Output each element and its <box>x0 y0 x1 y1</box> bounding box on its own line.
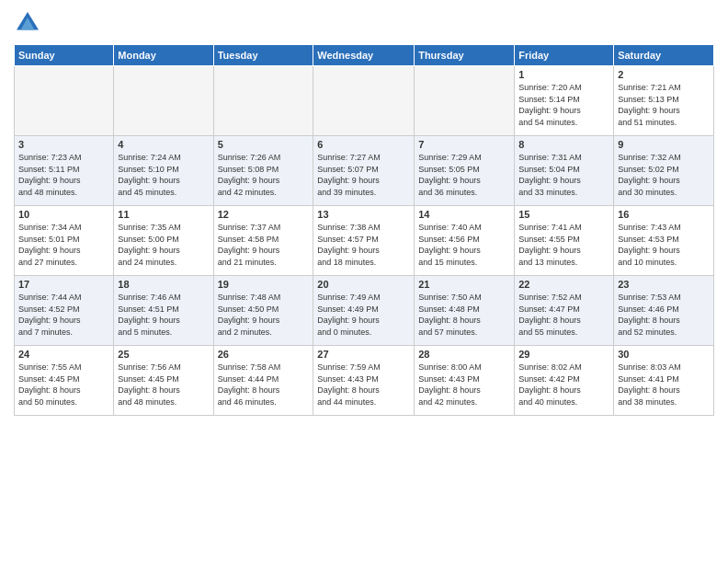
day-number: 19 <box>218 279 310 290</box>
calendar-cell: 2Sunrise: 7:21 AM Sunset: 5:13 PM Daylig… <box>614 66 714 136</box>
day-info: Sunrise: 7:44 AM Sunset: 4:52 PM Dayligh… <box>18 292 109 338</box>
calendar-cell <box>415 66 515 136</box>
day-info: Sunrise: 7:46 AM Sunset: 4:51 PM Dayligh… <box>118 292 209 338</box>
day-info: Sunrise: 7:20 AM Sunset: 5:14 PM Dayligh… <box>518 82 609 128</box>
day-info: Sunrise: 7:58 AM Sunset: 4:44 PM Dayligh… <box>218 362 310 408</box>
day-info: Sunrise: 7:31 AM Sunset: 5:04 PM Dayligh… <box>518 152 609 198</box>
day-number: 22 <box>518 279 609 290</box>
day-number: 1 <box>518 69 609 80</box>
calendar-cell: 12Sunrise: 7:37 AM Sunset: 4:58 PM Dayli… <box>213 206 313 276</box>
calendar-header-monday: Monday <box>114 45 213 66</box>
day-info: Sunrise: 7:37 AM Sunset: 4:58 PM Dayligh… <box>218 222 310 268</box>
day-number: 11 <box>118 209 209 220</box>
day-info: Sunrise: 7:55 AM Sunset: 4:45 PM Dayligh… <box>18 362 109 408</box>
calendar-header-friday: Friday <box>515 45 614 66</box>
calendar-week-1: 3Sunrise: 7:23 AM Sunset: 5:11 PM Daylig… <box>15 136 714 206</box>
day-number: 16 <box>618 209 710 220</box>
calendar-header-thursday: Thursday <box>415 45 515 66</box>
day-number: 15 <box>518 209 609 220</box>
day-number: 13 <box>317 209 410 220</box>
calendar-cell: 28Sunrise: 8:00 AM Sunset: 4:43 PM Dayli… <box>415 346 515 416</box>
day-info: Sunrise: 7:59 AM Sunset: 4:43 PM Dayligh… <box>317 362 410 408</box>
day-info: Sunrise: 7:38 AM Sunset: 4:57 PM Dayligh… <box>317 222 410 268</box>
calendar-cell: 23Sunrise: 7:53 AM Sunset: 4:46 PM Dayli… <box>614 276 714 346</box>
day-info: Sunrise: 7:27 AM Sunset: 5:07 PM Dayligh… <box>317 152 410 198</box>
day-info: Sunrise: 7:52 AM Sunset: 4:47 PM Dayligh… <box>518 292 609 338</box>
calendar-cell: 13Sunrise: 7:38 AM Sunset: 4:57 PM Dayli… <box>313 206 415 276</box>
day-info: Sunrise: 7:23 AM Sunset: 5:11 PM Dayligh… <box>18 152 109 198</box>
day-info: Sunrise: 7:48 AM Sunset: 4:50 PM Dayligh… <box>218 292 310 338</box>
day-number: 4 <box>118 139 209 150</box>
day-info: Sunrise: 7:50 AM Sunset: 4:48 PM Dayligh… <box>418 292 510 338</box>
calendar-cell: 15Sunrise: 7:41 AM Sunset: 4:55 PM Dayli… <box>515 206 614 276</box>
calendar-cell <box>15 66 114 136</box>
day-info: Sunrise: 7:32 AM Sunset: 5:02 PM Dayligh… <box>618 152 710 198</box>
day-number: 2 <box>618 69 710 80</box>
calendar-cell: 10Sunrise: 7:34 AM Sunset: 5:01 PM Dayli… <box>15 206 114 276</box>
calendar-cell: 22Sunrise: 7:52 AM Sunset: 4:47 PM Dayli… <box>515 276 614 346</box>
calendar-cell: 5Sunrise: 7:26 AM Sunset: 5:08 PM Daylig… <box>213 136 313 206</box>
calendar: SundayMondayTuesdayWednesdayThursdayFrid… <box>14 44 714 416</box>
calendar-cell: 16Sunrise: 7:43 AM Sunset: 4:53 PM Dayli… <box>614 206 714 276</box>
day-info: Sunrise: 7:40 AM Sunset: 4:56 PM Dayligh… <box>418 222 510 268</box>
day-number: 28 <box>418 349 510 360</box>
day-number: 30 <box>618 349 710 360</box>
calendar-cell: 19Sunrise: 7:48 AM Sunset: 4:50 PM Dayli… <box>213 276 313 346</box>
calendar-week-0: 1Sunrise: 7:20 AM Sunset: 5:14 PM Daylig… <box>15 66 714 136</box>
calendar-cell: 18Sunrise: 7:46 AM Sunset: 4:51 PM Dayli… <box>114 276 213 346</box>
calendar-cell: 25Sunrise: 7:56 AM Sunset: 4:45 PM Dayli… <box>114 346 213 416</box>
logo-icon <box>14 9 41 37</box>
calendar-header-tuesday: Tuesday <box>213 45 313 66</box>
page: SundayMondayTuesdayWednesdayThursdayFrid… <box>0 0 728 563</box>
day-info: Sunrise: 7:24 AM Sunset: 5:10 PM Dayligh… <box>118 152 209 198</box>
day-number: 12 <box>218 209 310 220</box>
day-info: Sunrise: 7:43 AM Sunset: 4:53 PM Dayligh… <box>618 222 710 268</box>
day-number: 14 <box>418 209 510 220</box>
calendar-cell: 11Sunrise: 7:35 AM Sunset: 5:00 PM Dayli… <box>114 206 213 276</box>
day-info: Sunrise: 7:29 AM Sunset: 5:05 PM Dayligh… <box>418 152 510 198</box>
calendar-header-row: SundayMondayTuesdayWednesdayThursdayFrid… <box>15 45 714 66</box>
calendar-cell: 21Sunrise: 7:50 AM Sunset: 4:48 PM Dayli… <box>415 276 515 346</box>
day-number: 9 <box>618 139 710 150</box>
day-info: Sunrise: 8:00 AM Sunset: 4:43 PM Dayligh… <box>418 362 510 408</box>
day-number: 23 <box>618 279 710 290</box>
calendar-cell <box>114 66 213 136</box>
calendar-cell <box>213 66 313 136</box>
header <box>14 9 714 37</box>
calendar-cell: 14Sunrise: 7:40 AM Sunset: 4:56 PM Dayli… <box>415 206 515 276</box>
day-number: 26 <box>218 349 310 360</box>
day-number: 7 <box>418 139 510 150</box>
day-number: 10 <box>18 209 109 220</box>
calendar-cell: 1Sunrise: 7:20 AM Sunset: 5:14 PM Daylig… <box>515 66 614 136</box>
day-info: Sunrise: 7:26 AM Sunset: 5:08 PM Dayligh… <box>218 152 310 198</box>
day-info: Sunrise: 7:34 AM Sunset: 5:01 PM Dayligh… <box>18 222 109 268</box>
day-number: 27 <box>317 349 410 360</box>
calendar-week-3: 17Sunrise: 7:44 AM Sunset: 4:52 PM Dayli… <box>15 276 714 346</box>
calendar-cell: 7Sunrise: 7:29 AM Sunset: 5:05 PM Daylig… <box>415 136 515 206</box>
calendar-cell: 30Sunrise: 8:03 AM Sunset: 4:41 PM Dayli… <box>614 346 714 416</box>
day-info: Sunrise: 7:21 AM Sunset: 5:13 PM Dayligh… <box>618 82 710 128</box>
logo <box>14 9 45 37</box>
day-number: 25 <box>118 349 209 360</box>
day-info: Sunrise: 7:41 AM Sunset: 4:55 PM Dayligh… <box>518 222 609 268</box>
calendar-cell: 29Sunrise: 8:02 AM Sunset: 4:42 PM Dayli… <box>515 346 614 416</box>
day-number: 3 <box>18 139 109 150</box>
calendar-cell: 3Sunrise: 7:23 AM Sunset: 5:11 PM Daylig… <box>15 136 114 206</box>
day-number: 6 <box>317 139 410 150</box>
day-info: Sunrise: 8:02 AM Sunset: 4:42 PM Dayligh… <box>518 362 609 408</box>
day-info: Sunrise: 7:53 AM Sunset: 4:46 PM Dayligh… <box>618 292 710 338</box>
day-number: 24 <box>18 349 109 360</box>
calendar-cell: 4Sunrise: 7:24 AM Sunset: 5:10 PM Daylig… <box>114 136 213 206</box>
day-number: 17 <box>18 279 109 290</box>
day-info: Sunrise: 7:56 AM Sunset: 4:45 PM Dayligh… <box>118 362 209 408</box>
calendar-cell: 26Sunrise: 7:58 AM Sunset: 4:44 PM Dayli… <box>213 346 313 416</box>
calendar-header-saturday: Saturday <box>614 45 714 66</box>
calendar-cell: 9Sunrise: 7:32 AM Sunset: 5:02 PM Daylig… <box>614 136 714 206</box>
day-number: 21 <box>418 279 510 290</box>
day-number: 29 <box>518 349 609 360</box>
day-number: 8 <box>518 139 609 150</box>
calendar-cell: 27Sunrise: 7:59 AM Sunset: 4:43 PM Dayli… <box>313 346 415 416</box>
calendar-week-2: 10Sunrise: 7:34 AM Sunset: 5:01 PM Dayli… <box>15 206 714 276</box>
calendar-header-wednesday: Wednesday <box>313 45 415 66</box>
calendar-week-4: 24Sunrise: 7:55 AM Sunset: 4:45 PM Dayli… <box>15 346 714 416</box>
